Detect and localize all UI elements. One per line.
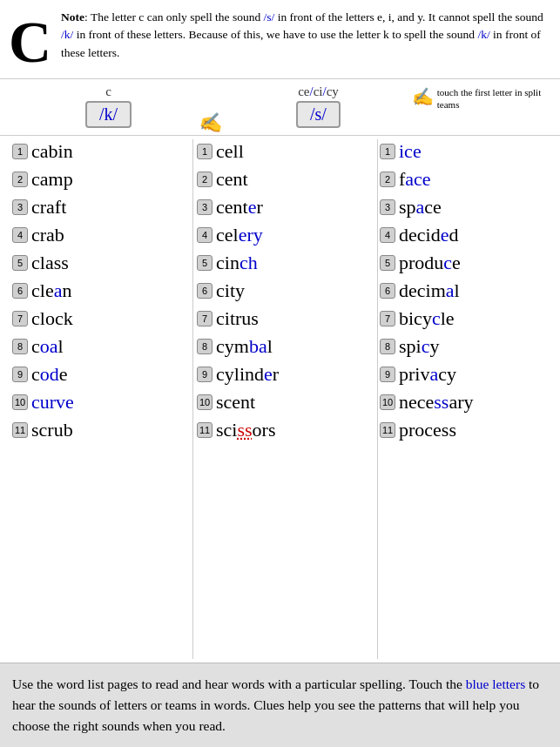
list-item: 7 citrus <box>197 305 377 333</box>
word-text: bicycle <box>399 309 455 328</box>
word-col-3: 1 ice 2 face 3 space 4 decided 5 produce… <box>380 136 560 663</box>
highlighted-letter[interactable]: e <box>441 224 449 246</box>
word-num: 9 <box>197 367 213 382</box>
word-num: 8 <box>197 339 213 354</box>
highlighted-letter[interactable]: a <box>54 279 63 301</box>
word-num: 5 <box>380 255 395 271</box>
list-item: 1 ice <box>380 138 560 165</box>
word-text: scrub <box>31 421 73 440</box>
word-num: 3 <box>197 199 213 215</box>
highlighted-letter[interactable]: a <box>446 279 455 301</box>
word-num: 4 <box>197 227 213 243</box>
word-text: ice <box>399 142 422 161</box>
highlighted-letter[interactable]: od <box>40 363 59 385</box>
word-text: decimal <box>399 281 460 300</box>
highlighted-letter[interactable]: ery <box>239 224 263 246</box>
sound-k-link-1[interactable]: /k/ <box>61 28 73 41</box>
word-text: class <box>31 253 69 273</box>
word-num: 1 <box>12 144 28 159</box>
word-text: space <box>399 198 442 217</box>
blue-letters-ref: blue letters <box>466 676 525 691</box>
headers-row: c /k/ ✍ ce/ci/cy /s/ ✍ touch the first l… <box>0 79 560 135</box>
highlighted-letter[interactable]: c <box>432 307 441 329</box>
word-num: 10 <box>12 394 28 410</box>
col-divider-1 <box>192 139 193 659</box>
word-num: 6 <box>12 283 28 299</box>
word-text: curve <box>31 393 74 412</box>
list-item: 6 city <box>197 277 377 305</box>
word-num: 2 <box>12 172 28 187</box>
word-num: 1 <box>197 144 213 159</box>
word-num: 5 <box>12 255 28 271</box>
word-num: 6 <box>197 283 213 299</box>
list-item: 3 craft <box>12 193 192 221</box>
word-text: citrus <box>216 309 259 328</box>
list-item: 9 code <box>12 360 192 388</box>
word-text: privacy <box>399 365 456 384</box>
col2-header: ce/ci/cy /s/ <box>232 84 405 133</box>
word-text: clean <box>31 281 71 300</box>
word-num: 6 <box>380 283 395 299</box>
word-num: 8 <box>380 339 395 354</box>
sound-k-link-2[interactable]: /k/ <box>477 28 489 41</box>
highlighted-letter[interactable]: c <box>443 252 452 273</box>
word-num: 8 <box>12 339 28 354</box>
list-item: 1 cabin <box>12 138 192 165</box>
page-wrapper: C Note: The letter c can only spell the … <box>0 0 560 747</box>
col2-label: ce/ci/cy <box>298 84 339 99</box>
list-item: 1 cell <box>197 138 377 165</box>
col1-header: c /k/ <box>26 84 191 133</box>
highlighted-letter[interactable]: ss <box>237 419 252 441</box>
highlighted-letter[interactable]: oa <box>40 335 58 357</box>
highlighted-letter[interactable]: ch <box>240 252 258 273</box>
col-divider-2 <box>377 139 378 659</box>
list-item: 10 necessary <box>380 388 560 416</box>
word-num: 7 <box>12 311 28 326</box>
col3-header: ✍ touch the first letter in split teams <box>412 84 560 133</box>
word-text: cell <box>216 142 244 161</box>
highlighted-letter[interactable]: c <box>422 335 430 357</box>
word-num: 9 <box>380 367 395 382</box>
list-item: 7 bicycle <box>380 305 560 333</box>
list-item: 3 center <box>197 193 377 221</box>
word-text: cylinder <box>216 365 279 384</box>
highlighted-letter[interactable]: e <box>264 363 273 385</box>
word-num: 10 <box>380 394 395 410</box>
list-item: 6 decimal <box>380 277 560 305</box>
word-text: spicy <box>399 337 439 356</box>
word-text: necessary <box>399 393 474 412</box>
col2-sound-box[interactable]: /s/ <box>296 101 341 128</box>
note-bold: Note <box>61 10 84 24</box>
word-num: 2 <box>197 172 213 187</box>
word-text: cymbal <box>216 337 273 356</box>
highlighted-letter[interactable]: curve <box>31 391 74 413</box>
sound-s-link-1[interactable]: /s/ <box>264 10 275 24</box>
highlighted-letter[interactable]: a <box>429 363 438 385</box>
list-item: 2 face <box>380 165 560 193</box>
highlighted-letter[interactable]: ice <box>399 140 422 162</box>
list-item: 5 cinch <box>197 249 377 277</box>
word-num: 7 <box>380 311 395 326</box>
highlighted-letter[interactable]: e <box>248 196 257 218</box>
list-item: 4 celery <box>197 221 377 249</box>
list-item: 8 coal <box>12 333 192 360</box>
word-num: 10 <box>197 394 213 410</box>
main-content: 1 cabin 2 camp 3 craft 4 crab 5 class 6 … <box>0 135 560 663</box>
list-item: 9 cylinder <box>197 360 377 388</box>
hand-icon-left: ✍ <box>199 111 223 133</box>
word-text: scissors <box>216 421 275 440</box>
list-item: 6 clean <box>12 277 192 305</box>
highlighted-letter[interactable]: ss <box>434 391 449 413</box>
highlighted-letter[interactable]: ace <box>405 168 430 190</box>
list-item: 5 class <box>12 249 192 277</box>
word-num: 2 <box>380 172 395 187</box>
word-num: 11 <box>197 422 213 438</box>
list-item: 5 produce <box>380 249 560 277</box>
col1-sound-box[interactable]: /k/ <box>85 101 132 128</box>
highlighted-letter[interactable]: ba <box>249 335 267 357</box>
word-num: 3 <box>380 199 395 215</box>
word-num: 9 <box>12 367 28 382</box>
col1-label: c <box>105 84 111 99</box>
highlighted-letter[interactable]: a <box>416 196 425 218</box>
word-text: produce <box>399 253 461 273</box>
